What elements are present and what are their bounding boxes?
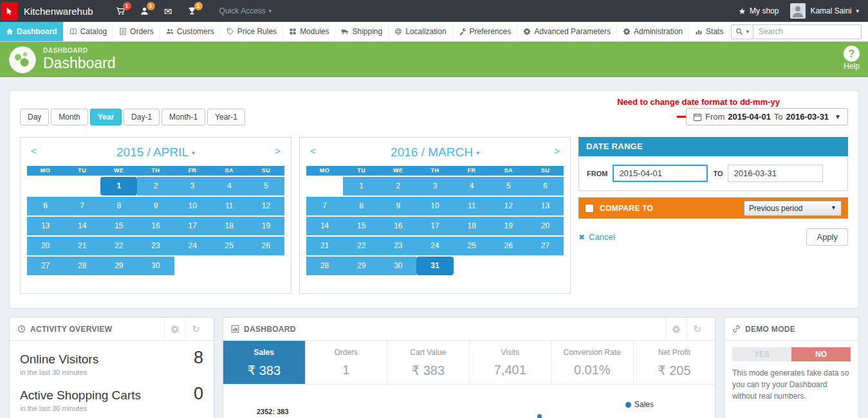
kpi-visits[interactable]: Visits7,401 [470,341,552,384]
period-button-year-1[interactable]: Year-1 [207,109,245,125]
calendar-day-cell[interactable]: 20 [527,217,564,235]
nav-item-modules[interactable]: Modules [283,22,335,41]
refresh-icon[interactable]: ↻ [185,318,206,341]
kpi-orders[interactable]: Orders1 [306,341,388,384]
calendar-day-cell[interactable]: 14 [306,217,343,235]
nav-item-price-rules[interactable]: Price Rules [221,22,283,41]
calendar-day-cell[interactable]: 5 [490,177,527,195]
chart-legend[interactable]: Sales [625,400,654,409]
calendar-day-cell[interactable]: 27 [527,237,564,255]
calendar-day-cell[interactable]: 26 [248,237,284,255]
calendar-day-cell[interactable]: 1 [343,177,380,195]
date-range-button[interactable]: From 2015-04-01 To 2016-03-31 ▼ [686,108,848,125]
calendar-day-cell[interactable]: 30 [380,257,416,275]
search-type-button[interactable]: ▾ [731,24,753,39]
calendar-day-cell[interactable]: 27 [27,257,64,275]
nav-item-catalog[interactable]: Catalog [64,22,113,41]
kpi-cart-value[interactable]: Cart Value₹ 383 [387,341,470,384]
calendar-day-cell[interactable]: 21 [306,237,343,255]
calendar-day-cell[interactable]: 18 [211,217,248,235]
calendar-day-cell[interactable]: 12 [248,197,284,215]
messages-notification[interactable]: ✉ [156,0,180,22]
calendar-day-cell[interactable]: 26 [490,237,527,255]
calendar-day-cell[interactable]: 18 [454,217,490,235]
calendar-day-cell[interactable]: 15 [100,217,137,235]
calendar-day-cell[interactable]: 2 [137,177,174,195]
nav-item-orders[interactable]: Orders [113,22,160,41]
calendar-day-cell[interactable]: 23 [380,237,416,255]
calendar-day-cell[interactable]: 9 [137,197,174,215]
calendar-day-cell[interactable]: 1 [100,177,137,195]
calendar-day-cell[interactable]: 20 [27,237,64,255]
calendar-next-button[interactable]: > [550,145,564,156]
calendar-day-cell[interactable]: 22 [343,237,380,255]
calendar-day-cell[interactable]: 21 [64,237,100,255]
cancel-link[interactable]: ✖ Cancel [578,232,615,242]
period-button-day[interactable]: Day [20,109,49,125]
calendar-day-cell[interactable]: 7 [306,197,343,215]
calendar-day-cell[interactable]: 11 [454,197,490,215]
period-button-month-1[interactable]: Month-1 [162,109,205,125]
kpi-conversion-rate[interactable]: Conversion Rate0.01% [551,341,634,384]
calendar-day-cell[interactable]: 8 [343,197,380,215]
calendar-next-button[interactable]: > [271,145,284,156]
calendar-day-cell[interactable]: 11 [211,197,248,215]
period-button-month[interactable]: Month [51,109,88,125]
compare-checkbox[interactable] [585,204,594,213]
calendar-day-cell[interactable]: 17 [174,217,211,235]
user-menu[interactable]: Kamal Saini ▾ [790,3,859,19]
nav-item-dashboard[interactable]: Dashboard [0,22,64,41]
kpi-net-profit[interactable]: Net Profit₹ 205 [634,341,716,384]
gear-icon[interactable] [665,318,687,341]
demo-yes-button[interactable]: YES [732,347,791,361]
refresh-icon[interactable]: ↻ [687,318,707,341]
calendar-day-cell[interactable]: 16 [137,217,174,235]
calendar-day-cell[interactable]: 25 [454,237,490,255]
calendar-day-cell[interactable]: 24 [174,237,211,255]
calendar-day-cell[interactable]: 16 [380,217,416,235]
calendar-day-cell[interactable]: 8 [100,197,137,215]
period-button-year[interactable]: Year [90,109,122,125]
nav-item-preferences[interactable]: Preferences [453,22,518,41]
calendar-day-cell[interactable]: 10 [174,197,211,215]
calendar-day-cell[interactable]: 2 [380,177,416,195]
calendar-day-cell[interactable]: 19 [490,217,527,235]
orders-notification[interactable]: 1 [109,0,133,22]
calendar-day-cell[interactable]: 5 [248,177,284,195]
calendar-day-cell[interactable]: 24 [416,237,453,255]
calendar-day-cell[interactable]: 15 [343,217,380,235]
calendar-day-cell[interactable]: 22 [100,237,137,255]
calendar-day-cell[interactable]: 3 [416,177,453,195]
search-input[interactable] [753,24,862,39]
calendar-day-cell[interactable]: 9 [380,197,416,215]
calendar-day-cell[interactable]: 17 [416,217,453,235]
calendar-title[interactable]: 2016 / MARCH [391,145,473,159]
nav-item-shipping[interactable]: Shipping [335,22,389,41]
calendar-day-cell[interactable]: 7 [64,197,100,215]
help-button[interactable]: ? Help [844,46,860,71]
nav-item-stats[interactable]: Stats [689,22,730,41]
calendar-day-cell[interactable]: 28 [64,257,100,275]
gear-icon[interactable] [164,318,185,341]
period-button-day-1[interactable]: Day-1 [124,109,160,125]
nav-item-localization[interactable]: Localization [389,22,452,41]
calendar-day-cell[interactable]: 19 [248,217,284,235]
calendar-day-cell[interactable]: 31 [416,257,453,275]
nav-item-customers[interactable]: Customers [160,22,221,41]
calendar-day-cell[interactable]: 23 [137,237,174,255]
calendar-day-cell[interactable]: 29 [100,257,137,275]
calendar-day-cell[interactable]: 25 [211,237,248,255]
calendar-day-cell[interactable]: 4 [454,177,490,195]
calendar-day-cell[interactable]: 13 [27,217,64,235]
to-date-input[interactable] [728,165,823,182]
calendar-day-cell[interactable]: 6 [527,177,564,195]
calendar-day-cell[interactable]: 13 [527,197,564,215]
quick-access-menu[interactable]: Quick Access ▾ [219,6,272,15]
demo-no-button[interactable]: NO [791,347,851,361]
my-shop-link[interactable]: ★ My shop [738,6,779,16]
calendar-day-cell[interactable]: 28 [306,257,343,275]
calendar-day-cell[interactable]: 29 [343,257,380,275]
calendar-day-cell[interactable]: 12 [490,197,527,215]
kpi-sales[interactable]: Sales₹ 383 [223,341,306,384]
calendar-day-cell[interactable]: 14 [64,217,100,235]
